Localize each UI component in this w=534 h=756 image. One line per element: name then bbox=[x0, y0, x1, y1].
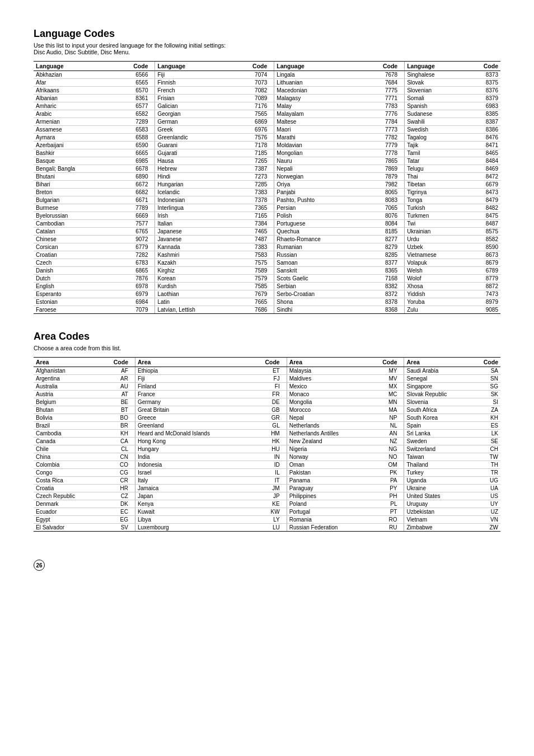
table-row: Assamese6583Greek6976Maori7773Swedish838… bbox=[34, 126, 500, 134]
table-row: Croatian7282Kashmiri7583Russian8285Vietn… bbox=[34, 251, 500, 259]
lang-col2-header: Code bbox=[112, 62, 155, 71]
area-col1-header: Area bbox=[34, 358, 99, 367]
table-row: DenmarkDKKenyaKEPolandPLUruguayUY bbox=[34, 500, 500, 508]
area-table: Area Code Area Code Area Code Area Code … bbox=[34, 357, 500, 532]
lang-col6-header: Code bbox=[362, 62, 405, 71]
table-row: Burmese7789Interlingua7365Persian7065Tur… bbox=[34, 204, 500, 212]
table-row: Afar6565Finnish7073Lithuanian7684Slovak8… bbox=[34, 79, 500, 87]
table-row: BhutanBTGreat BritainGBMoroccoMASouth Af… bbox=[34, 406, 500, 414]
table-row: BelgiumBEGermanyDEMongoliaMNSloveniaSI bbox=[34, 398, 500, 406]
table-row: Catalan6765Japanese7465Quechua8185Ukrain… bbox=[34, 228, 500, 236]
area-col8-header: Code bbox=[472, 358, 501, 367]
area-col5-header: Area bbox=[287, 358, 368, 367]
table-row: Azerbaijani6590Guarani7178Moldavian7779T… bbox=[34, 142, 500, 149]
area-col4-header: Code bbox=[251, 358, 287, 367]
page-number: 26 bbox=[34, 560, 45, 571]
table-row: Amharic6577Galician7176Malay7783Spanish6… bbox=[34, 102, 500, 110]
lang-col8-header: Code bbox=[466, 62, 500, 71]
table-row: Faroese7079Latvian, Lettish7686Sindhi836… bbox=[34, 306, 500, 314]
area-section-title: Area Codes bbox=[34, 331, 500, 342]
lang-col4-header: Code bbox=[231, 62, 274, 71]
table-row: AfghanistanAFEthiopiaETMalaysiaMYSaudi A… bbox=[34, 367, 500, 375]
area-col3-header: Area bbox=[135, 358, 251, 367]
language-section-title: Language Codes bbox=[34, 28, 500, 40]
table-row: Abkhazian6566Fiji7074Lingala7678Singhale… bbox=[34, 71, 500, 79]
lang-col1-header: Language bbox=[34, 62, 112, 71]
table-row: Dutch7876Korean7579Scots Gaelic7168Wolof… bbox=[34, 275, 500, 283]
table-row: Czech RepublicCZJapanJPPhilippinesPHUnit… bbox=[34, 492, 500, 500]
table-row: Byelorussian6669Irish7165Polish8076Turkm… bbox=[34, 212, 500, 220]
area-col7-header: Area bbox=[404, 358, 472, 367]
table-row: Afrikaans6570French7082Macedonian7775Slo… bbox=[34, 87, 500, 95]
table-row: ChileCLHungaryHUNigeriaNGSwitzerlandCH bbox=[34, 445, 500, 453]
table-row: Cambodian7577Italian7384Portuguese8084Tw… bbox=[34, 220, 500, 228]
table-row: Corsican6779Kannada7383Rumanian8279Uzbek… bbox=[34, 243, 500, 251]
table-row: Czech6783Kazakh7575Samoan8377Volapuk8679 bbox=[34, 259, 500, 267]
area-col6-header: Code bbox=[368, 358, 404, 367]
table-row: English6978Kurdish7585Serbian8382Xhosa88… bbox=[34, 283, 500, 290]
language-table: Language Code Language Code Language Cod… bbox=[34, 61, 500, 314]
table-row: Basque6985Hausa7265Nauru7865Tatar8484 bbox=[34, 157, 500, 165]
area-col2-header: Code bbox=[99, 358, 135, 367]
table-row: Costa RicaCRItalyITPanamaPAUgandaUG bbox=[34, 477, 500, 485]
table-row: CongoCGIsraelILPakistanPKTurkeyTR bbox=[34, 469, 500, 477]
table-row: AustraliaAUFinlandFIMexicoMXSingaporeSG bbox=[34, 383, 500, 391]
lang-col5-header: Language bbox=[274, 62, 362, 71]
table-row: Danish6865Kirghiz7589Sanskrit8365Welsh67… bbox=[34, 267, 500, 275]
table-row: Chinese9072Javanese7487Rhaeto-Romance827… bbox=[34, 236, 500, 243]
table-row: CanadaCAHong KongHKNew ZealandNZSwedenSE bbox=[34, 438, 500, 445]
table-row: Bengali; Bangla6678Hebrew7387Nepali7869T… bbox=[34, 165, 500, 173]
table-row: AustriaATFranceFRMonacoMCSlovak Republic… bbox=[34, 391, 500, 398]
table-row: EgyptEGLibyaLYRomaniaROVietnamVN bbox=[34, 516, 500, 524]
table-row: Estonian6984Latin7665Shona8378Yoruba8979 bbox=[34, 298, 500, 306]
table-row: Albanian8361Frisian7089Malagasy7771Somal… bbox=[34, 95, 500, 102]
table-row: Aymara6588Greenlandic7576Marathi7782Taga… bbox=[34, 134, 500, 142]
area-section-desc: Choose a area code from this list. bbox=[34, 345, 500, 351]
table-row: Breton6682Icelandic7383Panjabi8065Tigrin… bbox=[34, 189, 500, 196]
table-row: Bhutani6890Hindi7273Norwegian7879Thai847… bbox=[34, 173, 500, 181]
table-row: ColombiaCOIndonesiaIDOmanOMThailandTH bbox=[34, 461, 500, 469]
table-row: El SalvadorSVLuxembourgLURussian Federat… bbox=[34, 524, 500, 532]
table-row: BoliviaBOGreeceGRNepalNPSouth KoreaKH bbox=[34, 414, 500, 422]
table-row: ArgentinaARFijiFJMaldivesMVSenegalSN bbox=[34, 375, 500, 383]
table-row: Esperanto6979Laothian7679Serbo-Croatian8… bbox=[34, 290, 500, 298]
table-row: Bulgarian6671Indonesian7378Pashto, Pusht… bbox=[34, 196, 500, 204]
table-row: Bashkir6665Gujarati7185Mongolian7778Tami… bbox=[34, 149, 500, 157]
table-row: CambodiaKHHeard and McDonald IslandsHMNe… bbox=[34, 430, 500, 438]
table-row: Armenian7289German6869Maltese7784Swahili… bbox=[34, 118, 500, 126]
lang-col3-header: Language bbox=[155, 62, 231, 71]
table-row: Arabic6582Georgian7565Malayalam7776Sudan… bbox=[34, 110, 500, 118]
table-row: Bihari6672Hungarian7285Oriya7982Tibetan6… bbox=[34, 181, 500, 189]
table-row: EcuadorECKuwaitKWPortugalPTUzbekistanUZ bbox=[34, 508, 500, 516]
table-row: ChinaCNIndiaINNorwayNOTaiwanTW bbox=[34, 453, 500, 461]
table-row: BrazilBRGreenlandGLNetherlandsNLSpainES bbox=[34, 422, 500, 430]
lang-col7-header: Language bbox=[405, 62, 466, 71]
language-section-desc: Use this list to input your desired lang… bbox=[34, 42, 500, 55]
table-row: CroatiaHRJamaicaJMParaguayPYUkraineUA bbox=[34, 485, 500, 492]
